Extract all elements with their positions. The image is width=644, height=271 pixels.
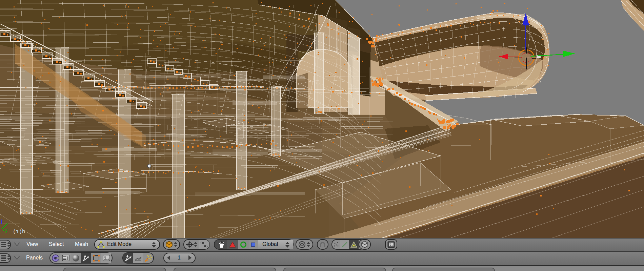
svg-text:(1)h: (1)h <box>13 229 25 235</box>
svg-text:-y: -y <box>3 228 7 233</box>
